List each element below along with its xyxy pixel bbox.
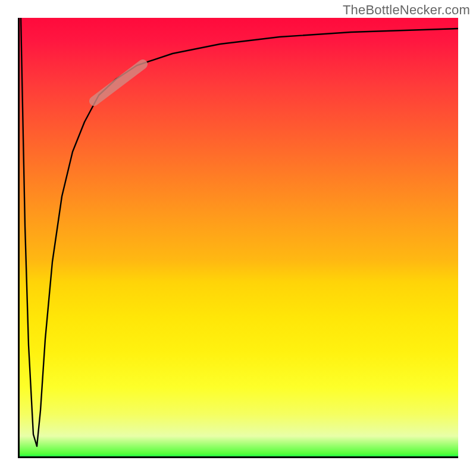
y-axis — [18, 18, 20, 458]
plot-background-gradient — [18, 18, 458, 458]
x-axis — [18, 456, 458, 458]
attribution-text: TheBottleNecker.com — [343, 2, 470, 18]
chart-container: TheBottleNecker.com — [0, 0, 476, 476]
